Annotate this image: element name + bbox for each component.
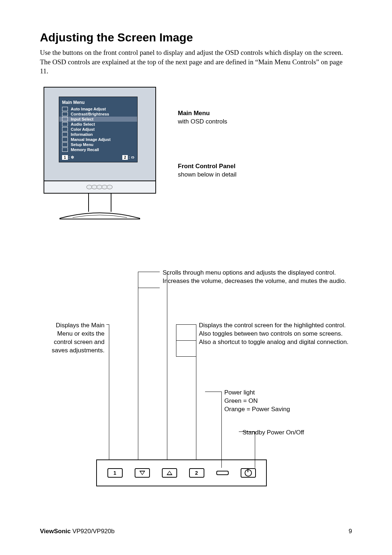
osd-item-label: Color Adjust	[71, 127, 95, 131]
monitor-bezel	[44, 181, 156, 194]
footer-model: VP920/VP920b	[71, 528, 115, 535]
osd-icon	[62, 107, 68, 111]
monitor-stand-neck	[88, 194, 111, 212]
note-button-2c: Also a shortcut to toggle analog and dig…	[199, 338, 351, 347]
osd-icon	[62, 117, 68, 121]
button-down[interactable]	[135, 468, 150, 478]
osd-item-label: Input Select	[71, 117, 93, 121]
osd-item: Manual Image Adjust	[59, 137, 137, 142]
osd-item: Memory Recall	[59, 147, 137, 152]
front-panel-buttons: 1 2	[96, 459, 267, 486]
osd-item: Setup Menu	[59, 142, 137, 147]
osd-foot-left: 1	[62, 155, 68, 160]
footer-page-number: 9	[349, 528, 352, 535]
page-title: Adjusting the Screen Image	[40, 31, 352, 44]
note-power-save: Orange = Power Saving	[224, 405, 351, 414]
osd-icon	[62, 142, 68, 147]
osd-item-label: Contrast/Brightness	[71, 112, 109, 116]
monitor-screen: Main Menu Auto Image Adjust Contrast/Bri…	[44, 87, 156, 181]
bezel-buttons-icon	[87, 185, 113, 189]
osd-icon	[62, 137, 68, 142]
osd-item: Audio Select	[59, 122, 137, 127]
button-power[interactable]	[241, 468, 256, 478]
monitor-callouts: Main Menu with OSD controls Front Contro…	[178, 109, 237, 215]
osd-icon	[62, 127, 68, 131]
osd-icon	[62, 122, 68, 126]
osd-item-label: Information	[71, 132, 93, 137]
triangle-up-icon	[167, 471, 172, 475]
osd-item-label: Setup Menu	[71, 142, 93, 147]
note-power-on: Green = ON	[224, 397, 351, 405]
osd-foot-right: 2	[122, 155, 128, 160]
callout-main-menu-heading: Main Menu	[178, 109, 237, 118]
osd-item-highlighted: Input Select	[59, 117, 137, 122]
monitor-figure: Main Menu Auto Image Adjust Contrast/Bri…	[40, 87, 352, 225]
monitor-stand-base	[58, 211, 142, 220]
osd-footer: 1: ✲ 2: ➱	[59, 154, 137, 162]
note-button-2b: Also toggles between two controls on som…	[199, 330, 351, 338]
intro-paragraph: Use the buttons on the front control pan…	[40, 48, 352, 76]
osd-item: Information	[59, 132, 137, 137]
osd-item-label: Memory Recall	[71, 147, 99, 152]
note-button-1: Displays the Main Menu or exits the cont…	[39, 321, 105, 355]
callout-main-menu-sub: with OSD controls	[178, 118, 237, 126]
callout-front-panel-heading: Front Control Panel	[178, 162, 237, 171]
button-up[interactable]	[162, 468, 177, 478]
button-1[interactable]: 1	[107, 468, 123, 478]
note-button-2a: Displays the control screen for the high…	[199, 321, 351, 330]
osd-item: Auto Image Adjust	[59, 106, 137, 112]
note-power-light: Power light	[224, 389, 351, 397]
osd-item-label: Audio Select	[71, 122, 95, 126]
triangle-down-icon	[139, 471, 145, 475]
osd-item: Contrast/Brightness	[59, 112, 137, 117]
button-2[interactable]: 2	[189, 468, 204, 478]
power-icon	[245, 469, 252, 477]
callout-front-panel-sub: shown below in detail	[178, 171, 237, 179]
osd-icon	[62, 112, 68, 116]
footer-brand: ViewSonic	[40, 528, 71, 535]
page-footer: ViewSonic VP920/VP920b 9	[40, 528, 352, 535]
osd-icon	[62, 132, 68, 137]
osd-title: Main Menu	[59, 99, 137, 106]
osd-item-label: Auto Image Adjust	[71, 107, 106, 111]
note-standby: Standby Power On/Off	[242, 429, 333, 437]
front-panel-diagram: Displays the Main Menu or exits the cont…	[0, 254, 392, 509]
note-scroll-1: Scrolls through menu options and adjusts…	[163, 269, 348, 277]
osd-item: Color Adjust	[59, 127, 137, 132]
note-scroll-2: Increases the volume, decreases the volu…	[163, 277, 348, 285]
osd-item-label: Manual Image Adjust	[71, 137, 111, 142]
monitor-illustration: Main Menu Auto Image Adjust Contrast/Bri…	[44, 87, 156, 220]
osd-menu: Main Menu Auto Image Adjust Contrast/Bri…	[59, 97, 138, 162]
power-led	[216, 471, 229, 475]
osd-icon	[62, 147, 68, 152]
